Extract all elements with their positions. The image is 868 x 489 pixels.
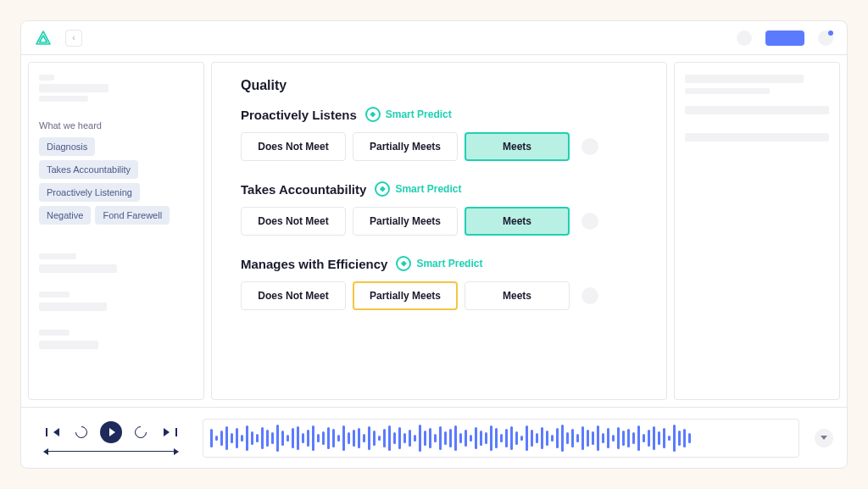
waveform-bar bbox=[546, 431, 548, 446]
waveform-bar bbox=[592, 431, 594, 445]
waveform-bar bbox=[414, 435, 416, 442]
sidebar-meta-block bbox=[39, 75, 193, 102]
smart-predict-label: Smart Predict bbox=[386, 108, 452, 120]
waveform-bar bbox=[480, 431, 482, 446]
smart-predict-badge: Smart Predict bbox=[365, 107, 452, 122]
waveform-bar bbox=[210, 429, 213, 447]
smart-predict-badge: Smart Predict bbox=[375, 181, 461, 197]
logo-icon[interactable] bbox=[35, 31, 52, 46]
smart-predict-label: Smart Predict bbox=[395, 183, 461, 195]
waveform-bar bbox=[673, 425, 676, 452]
smart-predict-badge: Smart Predict bbox=[396, 256, 482, 271]
edit-icon[interactable] bbox=[581, 287, 598, 304]
smart-predict-label: Smart Predict bbox=[416, 258, 482, 270]
waveform-bar bbox=[383, 429, 386, 447]
what-we-heard-label: What we heard bbox=[39, 120, 193, 131]
waveform-bar bbox=[587, 430, 589, 447]
next-button[interactable] bbox=[159, 425, 173, 439]
rating-option[interactable]: Meets bbox=[465, 132, 570, 161]
rating-option[interactable]: Partially Meets bbox=[353, 132, 458, 161]
previous-button[interactable] bbox=[49, 425, 63, 439]
criterion-name: Takes Accountability bbox=[241, 182, 366, 197]
waveform-bar bbox=[658, 431, 660, 445]
rating-option[interactable]: Partially Meets bbox=[353, 207, 458, 236]
waveform-bar bbox=[337, 435, 340, 442]
tag[interactable]: Diagnosis bbox=[39, 137, 95, 156]
tag[interactable]: Fond Farewell bbox=[95, 206, 170, 225]
waveform-bar bbox=[632, 432, 635, 444]
seek-bar[interactable] bbox=[43, 448, 179, 455]
waveform[interactable] bbox=[203, 419, 799, 458]
back-button[interactable]: ‹ bbox=[65, 30, 82, 47]
waveform-bar bbox=[398, 427, 401, 449]
waveform-bar bbox=[256, 434, 259, 442]
rating-options: Does Not MeetPartially MeetsMeets bbox=[241, 207, 637, 236]
app-window: ‹ What we heard DiagnosisTakes Accountab… bbox=[20, 20, 848, 469]
edit-icon[interactable] bbox=[581, 213, 598, 230]
waveform-bar bbox=[266, 430, 269, 447]
waveform-bar bbox=[297, 426, 299, 450]
waveform-bar bbox=[409, 430, 411, 447]
waveform-bar bbox=[668, 436, 670, 441]
waveform-bar bbox=[602, 433, 604, 443]
notifications-icon[interactable] bbox=[818, 31, 833, 46]
tag[interactable]: Negative bbox=[39, 206, 91, 225]
play-button[interactable] bbox=[100, 421, 122, 443]
main-panel: Quality Proactively ListensSmart Predict… bbox=[211, 62, 667, 400]
smart-predict-icon bbox=[375, 181, 390, 197]
waveform-bar bbox=[536, 433, 538, 443]
waveform-bar bbox=[307, 430, 309, 447]
waveform-bar bbox=[302, 433, 304, 443]
rating-options: Does Not MeetPartially MeetsMeets bbox=[241, 281, 637, 310]
waveform-bar bbox=[490, 425, 492, 451]
waveform-bar bbox=[485, 432, 487, 444]
waveform-bar bbox=[566, 432, 569, 444]
rating-option[interactable]: Does Not Meet bbox=[241, 207, 346, 236]
waveform-bar bbox=[531, 430, 533, 447]
waveform-bar bbox=[429, 428, 431, 448]
waveform-bar bbox=[287, 435, 289, 442]
waveform-bar bbox=[246, 425, 248, 451]
rating-option[interactable]: Does Not Meet bbox=[241, 281, 346, 310]
waveform-bar bbox=[643, 434, 645, 442]
smart-predict-icon bbox=[365, 107, 381, 122]
avatar[interactable] bbox=[737, 31, 752, 46]
rating-option[interactable]: Meets bbox=[465, 281, 570, 310]
waveform-bar bbox=[419, 425, 421, 452]
waveform-bar bbox=[581, 426, 584, 450]
waveform-bar bbox=[231, 433, 233, 443]
waveform-bar bbox=[439, 426, 442, 450]
waveform-bar bbox=[515, 431, 518, 445]
speed-dropdown[interactable] bbox=[815, 429, 833, 447]
rating-option[interactable]: Does Not Meet bbox=[241, 132, 346, 161]
waveform-bar bbox=[449, 429, 452, 447]
waveform-bar bbox=[261, 427, 264, 449]
sidebar-section-2 bbox=[39, 253, 193, 273]
waveform-bar bbox=[510, 426, 513, 450]
waveform-bar bbox=[434, 434, 437, 442]
waveform-bar bbox=[683, 429, 686, 447]
forward-button[interactable] bbox=[134, 425, 147, 439]
waveform-bar bbox=[637, 425, 640, 451]
tag[interactable]: Proactively Listening bbox=[39, 183, 140, 202]
rating-options: Does Not MeetPartially MeetsMeets bbox=[241, 132, 637, 161]
waveform-bar bbox=[251, 431, 253, 445]
waveform-bar bbox=[444, 431, 447, 445]
waveform-bar bbox=[271, 432, 274, 444]
waveform-bar bbox=[220, 431, 223, 446]
waveform-bar bbox=[363, 434, 365, 442]
waveform-bar bbox=[622, 431, 625, 446]
waveform-bar bbox=[353, 430, 355, 447]
waveform-bar bbox=[617, 427, 620, 449]
waveform-bar bbox=[373, 431, 376, 446]
waveform-bar bbox=[358, 428, 360, 448]
primary-action-button[interactable] bbox=[765, 31, 804, 46]
smart-predict-icon bbox=[396, 256, 411, 271]
tag[interactable]: Takes Accountability bbox=[39, 160, 138, 179]
edit-icon[interactable] bbox=[581, 138, 598, 155]
sidebar-section-3 bbox=[39, 292, 193, 311]
rating-option[interactable]: Meets bbox=[465, 207, 570, 236]
rating-option[interactable]: Partially Meets bbox=[353, 281, 458, 310]
rewind-button[interactable] bbox=[75, 425, 88, 439]
waveform-bar bbox=[368, 426, 370, 450]
